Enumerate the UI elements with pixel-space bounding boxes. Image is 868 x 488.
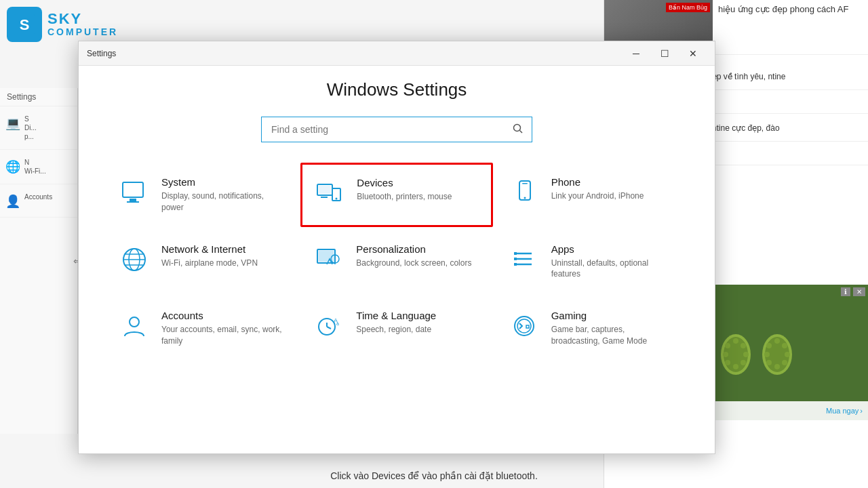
svg-point-24 xyxy=(766,343,772,348)
maximize-button[interactable]: ☐ xyxy=(651,44,678,63)
svg-rect-59 xyxy=(514,258,517,260)
setting-time-language[interactable]: A a Time & Language Speech, region, date xyxy=(300,296,492,361)
sky-label: SKY xyxy=(47,11,118,27)
personalization-desc: Background, lock screen, colors xyxy=(356,258,480,269)
devices-name: Devices xyxy=(357,177,479,188)
globe-icon: 🌐 xyxy=(5,159,20,174)
article-title: hiệu ứng cực đẹp phong cách AF xyxy=(713,0,868,54)
settings-content: Windows Settings xyxy=(79,66,715,453)
svg-rect-38 xyxy=(319,186,331,194)
titlebar: Settings ─ ☐ ✕ xyxy=(79,41,715,66)
svg-rect-44 xyxy=(522,183,528,184)
personalization-info: Personalization Background, lock screen,… xyxy=(356,243,480,269)
setting-network[interactable]: Network & Internet Wi-Fi, airplane mode,… xyxy=(106,230,298,294)
svg-point-27 xyxy=(764,352,770,357)
dialog-title: Settings xyxy=(87,49,116,58)
gaming-desc: Game bar, captures, broadcasting, Game M… xyxy=(551,324,675,347)
sky-logo-text: SKY COMPUTER xyxy=(47,11,118,38)
left-ghost-accounts: 👤 Accounts xyxy=(0,184,77,218)
left-ghost-network: 🌐 NWi-Fi... xyxy=(0,150,77,184)
setting-phone[interactable]: Phone Link your Android, iPhone xyxy=(496,163,688,227)
ad-close-btn[interactable]: ℹ xyxy=(841,287,850,296)
phone-name: Phone xyxy=(551,176,675,188)
phone-desc: Link your Android, iPhone xyxy=(551,190,675,202)
laptop-icon: 💻 xyxy=(5,116,20,131)
setting-devices[interactable]: Devices Bluetooth, printers, mouse xyxy=(300,163,492,227)
svg-point-32 xyxy=(514,124,521,131)
settings-grid: System Display, sound, notifications, po… xyxy=(106,163,688,361)
person-icon: 👤 xyxy=(5,194,20,209)
svg-rect-69 xyxy=(526,325,529,328)
time-language-desc: Speech, region, date xyxy=(356,324,480,336)
apps-desc: Uninstall, defaults, optional features xyxy=(551,258,675,281)
svg-line-33 xyxy=(520,130,523,133)
svg-point-30 xyxy=(774,364,780,369)
minimize-button[interactable]: ─ xyxy=(623,44,650,63)
svg-text:a: a xyxy=(336,321,339,326)
phone-info: Phone Link your Android, iPhone xyxy=(551,176,675,202)
setting-apps[interactable]: Apps Uninstall, defaults, optional featu… xyxy=(496,230,688,294)
time-language-icon: A a xyxy=(313,310,345,342)
left-sidebar-ghost: Settings 💻 SDi...p... 🌐 NWi-Fi... ⇔ 👤 Ac… xyxy=(0,88,78,434)
network-desc: Wi-Fi, airplane mode, VPN xyxy=(161,258,285,269)
svg-rect-36 xyxy=(127,201,139,203)
fruit-ad-cta[interactable]: Mua ngay › xyxy=(826,407,863,415)
system-icon xyxy=(118,176,151,209)
apps-icon xyxy=(508,243,540,276)
svg-rect-34 xyxy=(123,182,143,197)
setting-gaming[interactable]: Gaming Game bar, captures, broadcasting,… xyxy=(496,296,688,361)
ad-x-btn[interactable]: ✕ xyxy=(853,287,865,296)
left-ghost-network-text: NWi-Fi... xyxy=(24,158,46,176)
svg-text:S: S xyxy=(20,16,30,33)
svg-point-28 xyxy=(785,352,790,357)
search-box[interactable] xyxy=(261,117,532,142)
system-desc: Display, sound, notifications, power xyxy=(161,190,285,214)
sky-logo: S SKY COMPUTER xyxy=(7,7,118,42)
sky-logo-icon: S xyxy=(7,7,42,42)
personalization-name: Personalization xyxy=(356,243,480,255)
left-ghost-accounts-text: Accounts xyxy=(24,192,52,201)
svg-point-61 xyxy=(130,317,139,327)
network-info: Network & Internet Wi-Fi, airplane mode,… xyxy=(161,243,285,269)
gaming-info: Gaming Game bar, captures, broadcasting,… xyxy=(551,310,675,347)
close-button[interactable]: ✕ xyxy=(679,44,707,63)
fruit-2 xyxy=(717,329,755,376)
fruit-3 xyxy=(759,329,796,376)
window-controls: ─ ☐ ✕ xyxy=(623,44,707,63)
network-icon xyxy=(118,243,151,276)
devices-desc: Bluetooth, printers, mouse xyxy=(357,191,479,203)
svg-point-21 xyxy=(741,360,746,365)
svg-rect-60 xyxy=(514,263,517,266)
svg-point-26 xyxy=(782,343,787,348)
time-language-name: Time & Language xyxy=(356,310,480,321)
accounts-name: Accounts xyxy=(161,310,285,321)
setting-system[interactable]: System Display, sound, notifications, po… xyxy=(106,163,298,227)
personalization-icon xyxy=(313,243,345,276)
setting-personalization[interactable]: Personalization Background, lock screen,… xyxy=(300,230,492,294)
thumbnail-badge: Bấn Nam Bùg xyxy=(666,3,710,12)
apps-name: Apps xyxy=(551,243,675,255)
windows-settings-dialog: Settings ─ ☐ ✕ Windows Settings xyxy=(78,41,715,454)
svg-point-31 xyxy=(782,360,787,365)
devices-icon xyxy=(313,177,346,209)
svg-point-15 xyxy=(733,338,738,344)
setting-accounts[interactable]: Accounts Your accounts, email, sync, wor… xyxy=(106,296,298,361)
phone-icon xyxy=(508,176,540,209)
svg-rect-41 xyxy=(321,197,328,198)
cta-label: Mua ngay xyxy=(826,407,859,415)
left-ghost-system-text: SDi...p... xyxy=(24,115,37,141)
svg-point-20 xyxy=(733,364,738,369)
search-input[interactable] xyxy=(262,117,505,142)
svg-point-29 xyxy=(766,360,772,365)
gaming-icon xyxy=(508,310,540,342)
system-name: System xyxy=(161,176,285,188)
svg-point-19 xyxy=(725,360,730,365)
accounts-icon xyxy=(118,310,151,342)
left-ghost-system: 💻 SDi...p... xyxy=(0,106,77,150)
svg-point-17 xyxy=(723,352,728,357)
time-language-info: Time & Language Speech, region, date xyxy=(356,310,480,336)
system-info: System Display, sound, notifications, po… xyxy=(161,176,285,214)
svg-line-64 xyxy=(327,327,331,329)
svg-point-18 xyxy=(743,352,749,357)
bottom-caption: Click vào Devices để vào phần cài đặt bl… xyxy=(330,470,538,481)
